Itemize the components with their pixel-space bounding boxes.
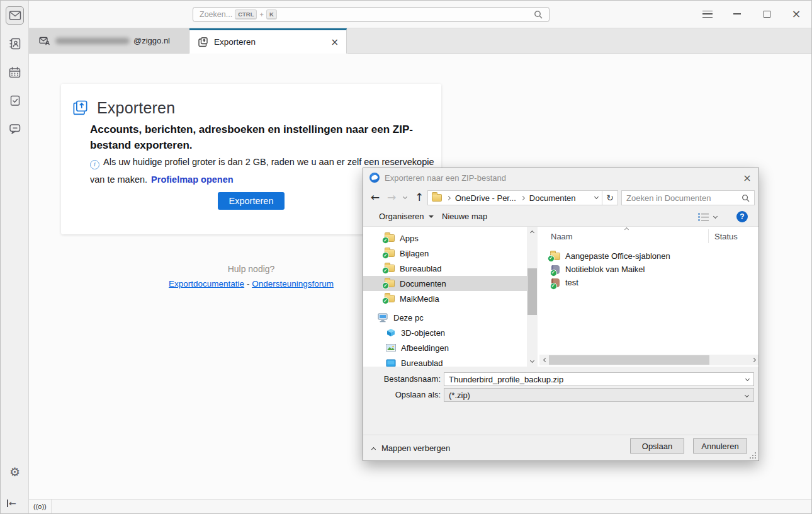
computer-icon: [378, 313, 389, 323]
column-header-status[interactable]: Status: [714, 232, 738, 241]
tree-item-3d-objecten[interactable]: 3D-objecten: [363, 325, 527, 340]
calendar-icon: [9, 67, 21, 78]
dialog-search-box[interactable]: [621, 190, 755, 205]
tree-item-documenten-selected[interactable]: ✓ Documenten: [363, 276, 527, 291]
tree-item-bijlagen[interactable]: ✓ Bijlagen: [363, 246, 527, 261]
folder-icon: [432, 194, 442, 202]
close-tab-icon[interactable]: ×: [330, 37, 339, 48]
save-button[interactable]: Opslaan: [630, 438, 684, 454]
scrollbar-thumb[interactable]: [549, 355, 709, 365]
breadcrumb-onedrive[interactable]: OneDrive - Per...: [455, 193, 516, 203]
settings-button[interactable]: ⚙: [6, 462, 24, 481]
up-button[interactable]: ↑: [415, 190, 424, 205]
organize-menu-button[interactable]: Organiseren: [379, 212, 434, 221]
status-broadcast-button[interactable]: ((o)): [29, 500, 52, 513]
dialog-close-button[interactable]: ×: [736, 168, 758, 187]
dialog-title-bar[interactable]: Exporteren naar een ZIP-bestand: [363, 168, 758, 187]
thunderbird-logo-icon: [369, 173, 380, 183]
chat-space-button[interactable]: [6, 120, 24, 138]
breadcrumb-documenten[interactable]: Documenten: [529, 193, 576, 203]
column-divider: [708, 229, 709, 243]
tree-item-apps[interactable]: ✓ Apps: [363, 231, 527, 246]
tasks-space-button[interactable]: [6, 91, 24, 110]
onedrive-sync-icon: ✓: [550, 283, 557, 290]
dropdown-arrow-icon: [429, 215, 434, 218]
open-profile-folder-link[interactable]: Profielmap openen: [151, 174, 234, 185]
filename-label: Bestandsnaam:: [369, 374, 441, 384]
support-forum-link[interactable]: Ondersteuningsforum: [252, 279, 334, 288]
export-subtitle: Accounts, berichten, adresboeken en inst…: [90, 122, 427, 153]
help-links-separator: -: [247, 279, 250, 288]
back-button[interactable]: ←: [371, 190, 380, 205]
tab-export[interactable]: Exporteren ×: [189, 28, 347, 54]
mail-icon: [9, 10, 21, 21]
export-button[interactable]: Exporteren: [218, 192, 285, 210]
hide-folders-button[interactable]: Mappen verbergen: [372, 443, 450, 453]
address-dropdown-icon[interactable]: [594, 195, 599, 199]
onedrive-sync-icon: ✓: [382, 267, 389, 274]
scrollbar-thumb[interactable]: [527, 268, 537, 315]
dialog-fields: Bestandsnaam: Opslaan als: (*.zip): [363, 367, 758, 435]
saveas-select[interactable]: (*.zip): [444, 388, 754, 402]
folder-icon: ✓: [385, 234, 395, 242]
tasks-icon: [9, 94, 21, 106]
cancel-button[interactable]: Annuleren: [693, 438, 747, 454]
onedrive-sync-icon: ✓: [382, 252, 389, 259]
scroll-down-button[interactable]: [527, 357, 538, 367]
folder-icon: ✓: [550, 253, 560, 260]
file-list-horizontal-scrollbar[interactable]: [539, 355, 758, 365]
global-search-input[interactable]: Zoeken... CTRL + K: [193, 7, 550, 22]
scroll-right-button[interactable]: [750, 355, 758, 365]
file-row-notitieblok[interactable]: ✓ Notitieblok van Maikel: [550, 263, 645, 276]
forward-button[interactable]: →: [387, 190, 396, 205]
minimize-button[interactable]: [727, 4, 747, 23]
file-row-office-sjablonen[interactable]: ✓ Aangepaste Office-sjablonen: [550, 249, 670, 263]
refresh-icon: ↻: [606, 193, 614, 203]
address-breadcrumb[interactable]: OneDrive - Per... Documenten: [427, 190, 602, 205]
new-folder-button[interactable]: Nieuwe map: [442, 212, 487, 221]
hamburger-icon: [702, 11, 713, 18]
scroll-up-button[interactable]: [527, 227, 538, 237]
refresh-button[interactable]: ↻: [602, 190, 618, 205]
export-documentation-link[interactable]: Exportdocumentatie: [169, 279, 244, 288]
export-page-icon: [72, 100, 89, 117]
combo-dropdown-icon[interactable]: [745, 393, 749, 397]
filename-combobox[interactable]: [444, 372, 754, 386]
tree-item-deze-pc[interactable]: Deze pc: [363, 310, 527, 325]
unified-toolbar: Zoeken... CTRL + K ×: [29, 1, 811, 28]
tree-item-bureaublad-pc[interactable]: Bureaublad: [363, 355, 527, 367]
close-window-button[interactable]: ×: [786, 4, 806, 23]
column-header-name[interactable]: Naam: [551, 232, 573, 241]
thunderbird-window: ⚙ ← Zoeken... CTRL + K × @ziggo.nl: [0, 0, 812, 514]
filename-input[interactable]: [444, 372, 754, 386]
maximize-button[interactable]: [757, 4, 777, 23]
mail-space-button[interactable]: [6, 6, 24, 25]
recent-locations-dropdown-icon[interactable]: [403, 195, 407, 199]
address-book-space-button[interactable]: [6, 35, 24, 53]
help-button[interactable]: ?: [736, 211, 748, 222]
minimize-icon: [733, 13, 741, 14]
tree-item-afbeeldingen[interactable]: Afbeeldingen: [363, 340, 527, 355]
app-menu-button[interactable]: [697, 4, 718, 23]
tree-item-bureaublad[interactable]: ✓ Bureaublad: [363, 261, 527, 276]
info-icon: i: [90, 160, 99, 169]
scroll-left-button[interactable]: [539, 355, 550, 365]
file-row-test[interactable]: ✓ test: [550, 276, 578, 289]
desktop-icon: [386, 359, 396, 367]
tree-item-maikmedia[interactable]: ✓ MaikMedia: [363, 291, 527, 306]
tree-scrollbar[interactable]: [527, 227, 538, 367]
dialog-title: Exporteren naar een ZIP-bestand: [385, 173, 506, 183]
collapse-spaces-button[interactable]: ←: [7, 497, 23, 510]
redacted-account-name: [55, 38, 130, 44]
resize-grip[interactable]: [750, 452, 756, 459]
tab-mail-account[interactable]: @ziggo.nl: [29, 28, 189, 54]
calendar-space-button[interactable]: [6, 63, 24, 81]
onedrive-sync-icon: ✓: [382, 297, 389, 304]
dialog-footer: Mappen verbergen Opslaan Annuleren: [363, 435, 758, 461]
dialog-search-input[interactable]: [626, 193, 742, 203]
mail-tab-label: @ziggo.nl: [133, 36, 170, 45]
window-controls: ×: [688, 4, 806, 23]
change-view-button[interactable]: [698, 213, 717, 221]
file-list-header: Naam Status: [539, 229, 758, 244]
search-placeholder: Zoeken...: [200, 10, 232, 19]
